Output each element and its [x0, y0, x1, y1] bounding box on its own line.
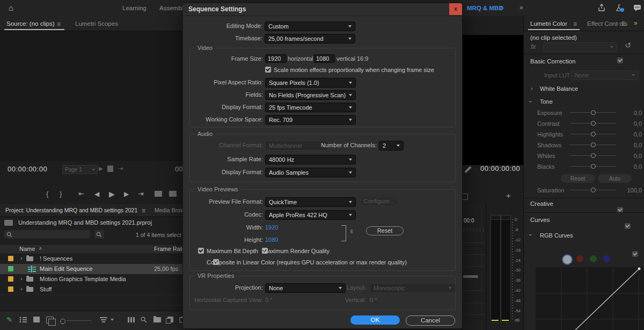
workspace-tab-learning[interactable]: Learning	[122, 5, 147, 11]
tone-disclosure-icon[interactable]: ›	[528, 101, 534, 103]
rgb-curves-disclosure-icon[interactable]: ›	[528, 234, 534, 236]
max-bit-depth-checkbox[interactable]	[198, 248, 204, 254]
curve-channel-green-dot[interactable]	[590, 255, 597, 262]
source-fit-icon[interactable]: ⇥	[118, 165, 123, 172]
curve-channel-blue-dot[interactable]	[603, 255, 610, 262]
lumetri-panel-menu-icon[interactable]: ≡	[573, 20, 577, 28]
beta-beaker-icon[interactable]	[615, 4, 625, 12]
rgb-curve-graph[interactable]	[536, 267, 644, 330]
disclosure-icon[interactable]: ›	[20, 275, 23, 282]
fields-select[interactable]: No Fields (Progressive Scan)	[265, 90, 356, 100]
white-balance-disclosure-icon[interactable]: ›	[531, 85, 533, 91]
project-row-main-edit-sequence[interactable]: Main Edit Sequence 25,00 fps	[0, 264, 185, 274]
find-icon[interactable]	[141, 317, 147, 323]
sort-icon[interactable]	[100, 317, 107, 323]
display-format-select[interactable]: 25 fps Timecode	[265, 103, 356, 112]
tab-source-monitor[interactable]: Source: (no clips)	[6, 20, 54, 27]
section-white-balance[interactable]: White Balance	[540, 85, 578, 92]
new-bin-icon[interactable]	[153, 317, 161, 322]
label-swatch-green[interactable]	[8, 266, 13, 271]
section-basic-correction[interactable]: Basic Correction	[530, 58, 575, 64]
working-color-space-select[interactable]: Rec. 709	[265, 115, 356, 125]
add-button-icon[interactable]: +	[506, 191, 511, 200]
section-creative[interactable]: Creative	[530, 200, 553, 207]
label-swatch-orange[interactable]	[8, 256, 13, 261]
disclosure-icon[interactable]: ›	[20, 255, 23, 261]
step-forward-icon[interactable]: ▶	[124, 190, 129, 198]
link-width-height-icon[interactable]: ∞	[349, 229, 355, 234]
section-rgb-curves[interactable]: RGB Curves	[540, 232, 573, 239]
play-button-icon[interactable]: ▶	[109, 190, 115, 198]
writable-pen-icon[interactable]: ✎	[6, 315, 12, 324]
section-tone[interactable]: Tone	[540, 98, 553, 105]
editing-mode-select[interactable]: Custom	[265, 21, 355, 31]
sort-ascending-icon[interactable]: ∧	[39, 246, 42, 251]
zoom-slider-knob[interactable]	[60, 319, 65, 324]
project-panel-menu-icon[interactable]: ≡	[142, 207, 145, 214]
label-swatch-orange[interactable]	[8, 276, 13, 282]
project-breadcrumb[interactable]: Understanding MRQ and MBD settings 2021.…	[18, 219, 152, 226]
source-timecode[interactable]: 00:00:00:00	[8, 165, 47, 173]
ok-button[interactable]: OK	[350, 315, 400, 325]
overwrite-icon[interactable]	[169, 191, 177, 197]
home-icon[interactable]: ⌂	[9, 3, 13, 12]
quick-export-icon[interactable]	[597, 4, 606, 12]
sort-menu-chevron-icon[interactable]	[111, 319, 114, 321]
audio-display-format-select[interactable]: Audio Samples	[265, 168, 356, 177]
curve-channel-master-dot[interactable]	[562, 254, 573, 265]
disclosure-icon[interactable]: ›	[20, 285, 23, 292]
go-to-in-icon[interactable]: ⇤	[78, 190, 84, 198]
reset-effects-icon[interactable]: ↺	[625, 41, 631, 49]
timeline-scrollbar[interactable]	[463, 275, 478, 278]
height-hot-text[interactable]: 1080	[265, 236, 278, 243]
frame-height-input[interactable]: 1080	[313, 54, 335, 63]
dialog-title-bar[interactable]: Sequence Settings x	[183, 3, 462, 16]
workspace-menu-icon[interactable]: ≡	[500, 4, 503, 12]
step-back-icon[interactable]: ◀	[94, 190, 99, 198]
project-row-motion-graphics-bin[interactable]: › Motion Graphics Template Media	[0, 274, 185, 284]
workspace-tab-mrq-mbd[interactable]: MRQ & MBD	[467, 5, 503, 11]
number-of-channels-select[interactable]: 2	[379, 141, 404, 150]
zoom-slider-track[interactable]	[67, 320, 91, 321]
list-view-icon[interactable]	[19, 317, 27, 323]
search-bin-icon[interactable]	[94, 230, 104, 239]
program-timecode[interactable]: 00:00:00:00	[480, 164, 520, 173]
sample-rate-select[interactable]: 48000 Hz	[265, 155, 356, 164]
pixel-aspect-ratio-select[interactable]: Square Pixels (1.0)	[265, 78, 356, 88]
feedback-comment-icon[interactable]	[633, 4, 642, 12]
label-swatch-orange[interactable]	[8, 286, 13, 292]
column-header-name[interactable]: Name	[19, 246, 35, 252]
project-search-input[interactable]	[4, 230, 90, 239]
timeline-timecode-partial[interactable]: 00:0	[464, 218, 474, 224]
source-play-indicator-icon[interactable]: ▶	[99, 166, 103, 171]
section-curves[interactable]: Curves	[530, 217, 550, 223]
workspaces-overflow-icon[interactable]: »	[519, 4, 523, 11]
new-item-icon[interactable]	[167, 317, 173, 322]
scale-motion-checkbox[interactable]	[265, 67, 271, 73]
cancel-button[interactable]: Cancel	[406, 315, 455, 326]
curve-channel-red-dot[interactable]	[576, 255, 583, 262]
wrench-settings-icon[interactable]	[464, 166, 471, 173]
tab-lumetri-scopes[interactable]: Lumetri Scopes	[75, 20, 118, 27]
column-header-frame-rate[interactable]: Frame Rate	[154, 246, 185, 252]
go-to-out-icon[interactable]: ⇥	[138, 190, 144, 198]
tab-lumetri-color[interactable]: Lumetri Color	[530, 20, 567, 27]
project-row-sequences-bin[interactable]: › ! Sequences	[0, 254, 185, 264]
panel-overflow-icon[interactable]: »	[634, 19, 638, 27]
tab-truncated[interactable]: E	[621, 20, 626, 27]
preview-file-format-select[interactable]: QuickTime	[265, 197, 356, 207]
tab-project[interactable]: Project: Understanding MRQ and MBD setti…	[5, 207, 137, 213]
reset-preview-size-button[interactable]: Reset	[366, 226, 404, 235]
source-panel-menu-icon[interactable]: ≡	[57, 20, 61, 28]
codec-select[interactable]: Apple ProRes 422 HQ	[265, 210, 356, 220]
mark-out-icon[interactable]: }	[60, 190, 62, 198]
automate-sequence-icon[interactable]	[128, 317, 136, 323]
timeline-ruler[interactable]	[464, 228, 486, 232]
project-back-folder-icon[interactable]	[4, 220, 13, 226]
insert-icon[interactable]	[155, 191, 162, 197]
icon-view-icon[interactable]	[33, 317, 40, 322]
project-row-stuff-bin[interactable]: › Stuff	[0, 284, 185, 295]
mark-in-icon[interactable]: {	[46, 190, 48, 198]
source-settings-icon[interactable]	[107, 166, 113, 172]
frame-width-input[interactable]: 1920	[265, 54, 287, 63]
